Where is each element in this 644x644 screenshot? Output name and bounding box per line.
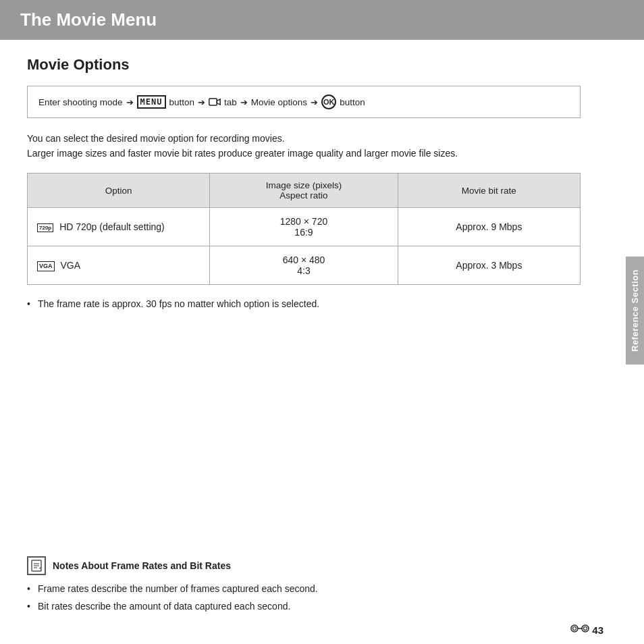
nav-button-label2: button bbox=[340, 97, 365, 107]
svg-marker-1 bbox=[217, 99, 220, 105]
table-row: VGA VGA 640 × 480 4:3 Approx. 3 Mbps bbox=[28, 246, 581, 285]
option-vga-label: VGA bbox=[60, 260, 80, 271]
imagesize-720p-line2: 16:9 bbox=[294, 227, 313, 238]
svg-point-6 bbox=[571, 625, 578, 632]
description-line2: Larger image sizes and faster movie bit … bbox=[27, 146, 581, 161]
nav-arrow-1: ➔ bbox=[126, 97, 134, 107]
imagesize-vga-line2: 4:3 bbox=[297, 265, 310, 276]
icon-vga: VGA bbox=[37, 261, 55, 271]
bitrate-720p: Approx. 9 Mbps bbox=[456, 221, 522, 232]
options-table: Option Image size (pixels)Aspect ratio M… bbox=[27, 173, 581, 285]
movie-tab-icon bbox=[209, 97, 221, 107]
note-header: Notes About Frame Rates and Bit Rates bbox=[27, 556, 603, 575]
nav-tab-text: tab bbox=[224, 97, 237, 107]
svg-rect-0 bbox=[209, 99, 217, 105]
page-icon bbox=[570, 623, 589, 637]
page-number-bar: 43 bbox=[570, 623, 603, 637]
note-title: Notes About Frame Rates and Bit Rates bbox=[53, 560, 231, 571]
note-bullets: Frame rates describe the number of frame… bbox=[27, 582, 603, 617]
page-number: 43 bbox=[592, 624, 603, 636]
section-title: Movie Options bbox=[27, 56, 581, 74]
note-bullet-1: Frame rates describe the number of frame… bbox=[27, 582, 603, 596]
page-header: The Movie Menu bbox=[0, 0, 644, 40]
main-content: Movie Options Enter shooting mode ➔ MENU… bbox=[0, 40, 608, 338]
nav-arrow-2: ➔ bbox=[198, 97, 205, 107]
nav-options-text: Movie options bbox=[251, 97, 307, 107]
ok-button-icon: OK bbox=[321, 95, 336, 109]
table-cell-imagesize-720p: 1280 × 720 16:9 bbox=[210, 208, 398, 246]
table-cell-bitrate-vga: Approx. 3 Mbps bbox=[398, 246, 580, 285]
table-cell-option-720p: 720p HD 720p (default setting) bbox=[28, 208, 210, 246]
svg-point-7 bbox=[573, 627, 576, 630]
pencil-icon bbox=[27, 556, 46, 575]
imagesize-vga-line1: 640 × 480 bbox=[283, 254, 325, 265]
svg-point-9 bbox=[582, 625, 589, 632]
nav-path-box: Enter shooting mode ➔ MENU button ➔ tab … bbox=[27, 86, 581, 118]
table-row: 720p HD 720p (default setting) 1280 × 72… bbox=[28, 208, 581, 246]
imagesize-720p-line1: 1280 × 720 bbox=[280, 216, 327, 227]
bullet-list: The frame rate is approx. 30 fps no matt… bbox=[27, 297, 581, 311]
list-item: The frame rate is approx. 30 fps no matt… bbox=[27, 297, 581, 311]
nav-arrow-4: ➔ bbox=[311, 97, 318, 107]
nav-arrow-3: ➔ bbox=[240, 97, 248, 107]
note-box: Notes About Frame Rates and Bit Rates Fr… bbox=[27, 556, 603, 617]
table-cell-bitrate-720p: Approx. 9 Mbps bbox=[398, 208, 580, 246]
table-header-option: Option bbox=[28, 173, 210, 208]
icon-720p: 720p bbox=[37, 223, 53, 233]
nav-button-label1: button bbox=[169, 97, 195, 107]
option-720p-label: HD 720p (default setting) bbox=[59, 221, 165, 232]
note-bullet-2: Bit rates describe the amount of data ca… bbox=[27, 599, 603, 614]
bitrate-vga: Approx. 3 Mbps bbox=[456, 260, 522, 271]
reference-section-tab: Reference Section bbox=[626, 257, 644, 365]
svg-point-10 bbox=[584, 627, 587, 630]
table-header-bitrate: Movie bit rate bbox=[398, 173, 580, 208]
table-cell-imagesize-vga: 640 × 480 4:3 bbox=[210, 246, 398, 285]
table-header-image-size: Image size (pixels)Aspect ratio bbox=[210, 173, 398, 208]
description-line1: You can select the desired movie option … bbox=[27, 132, 581, 146]
menu-button-icon: MENU bbox=[137, 95, 166, 109]
description-block: You can select the desired movie option … bbox=[27, 132, 581, 161]
table-cell-option-vga: VGA VGA bbox=[28, 246, 210, 285]
nav-enter-text: Enter shooting mode bbox=[38, 97, 123, 107]
page-title: The Movie Menu bbox=[20, 9, 624, 30]
